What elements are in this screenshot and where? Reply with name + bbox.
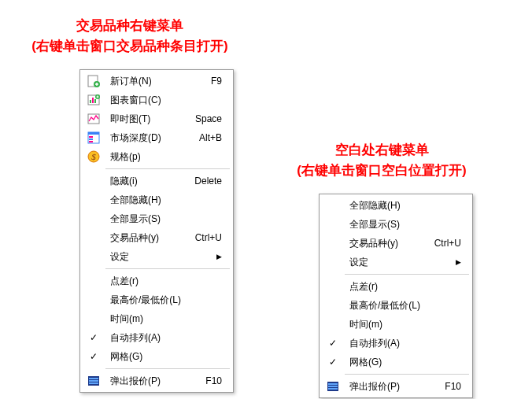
menu-label: 图表窗口(C) <box>107 94 222 107</box>
svg-rect-11 <box>89 139 93 140</box>
submenu-arrow-icon: ▶ <box>437 258 461 266</box>
menu-item-sets[interactable]: 设定 ▶ <box>321 253 471 272</box>
menu-label: 市场深度(D) <box>107 131 180 145</box>
menu-label: 规格(p) <box>107 150 222 164</box>
menu-label: 交易品种(y) <box>346 237 416 250</box>
check-icon <box>85 328 102 347</box>
menu-label: 时间(m) <box>107 312 222 326</box>
menu-item-symbols[interactable]: 交易品种(y) Ctrl+U <box>82 228 231 247</box>
menu-item-grid[interactable]: 网格(G) <box>82 347 231 366</box>
menu-label: 全部隐藏(H) <box>107 194 222 207</box>
menu-item-auto-arrange[interactable]: 自动排列(A) <box>321 334 471 353</box>
menu-label: 设定 <box>346 256 437 269</box>
check-icon <box>324 353 342 371</box>
menu-label: 网格(G) <box>346 356 461 369</box>
menu-separator <box>345 374 469 375</box>
menu-label: 即时图(T) <box>107 113 176 126</box>
menu-item-grid[interactable]: 网格(G) <box>321 353 471 371</box>
menu-label: 点差(r) <box>346 280 461 294</box>
tick-chart-icon <box>85 109 102 128</box>
menu-shortcut: Space <box>176 113 222 124</box>
menu-separator <box>105 168 230 169</box>
svg-rect-9 <box>88 132 99 135</box>
caption-right-line2: (右键单击窗口空白位置打开) <box>297 163 466 178</box>
menu-shortcut: Alt+B <box>180 132 222 143</box>
menu-item-time[interactable]: 时间(m) <box>82 309 231 328</box>
menu-item-show-all[interactable]: 全部显示(S) <box>82 209 231 228</box>
context-menu-blank: 全部隐藏(H) 全部显示(S) 交易品种(y) Ctrl+U 设定 ▶ 点差(r… <box>319 194 473 398</box>
menu-shortcut: F10 <box>426 381 461 392</box>
menu-label: 点差(r) <box>107 275 222 288</box>
context-menu-symbol: 新订单(N) F9 图表窗口(C) 即时图(T) Space 市场深度(D) A… <box>79 69 234 393</box>
svg-rect-4 <box>92 98 94 103</box>
menu-label: 时间(m) <box>346 318 461 331</box>
menu-label: 弹出报价(P) <box>107 375 187 388</box>
caption-left: 交易品种右键菜单 (右键单击窗口交易品种条目打开) <box>16 16 244 56</box>
menu-label: 新订单(N) <box>107 75 192 88</box>
menu-label: 设定 <box>107 250 198 264</box>
menu-item-high-low[interactable]: 最高价/最低价(L) <box>82 290 231 309</box>
menu-item-show-all[interactable]: 全部显示(S) <box>321 215 471 234</box>
svg-rect-3 <box>90 100 91 103</box>
svg-rect-17 <box>89 380 98 382</box>
menu-item-sets[interactable]: 设定 ▶ <box>82 247 231 266</box>
menu-item-tick-chart[interactable]: 即时图(T) Space <box>82 109 231 128</box>
menu-item-high-low[interactable]: 最高价/最低价(L) <box>321 296 471 315</box>
market-depth-icon <box>85 128 102 147</box>
menu-item-new-order[interactable]: 新订单(N) F9 <box>82 72 231 91</box>
menu-label: 自动排列(A) <box>346 337 461 350</box>
menu-label: 自动排列(A) <box>107 331 222 345</box>
menu-shortcut: Ctrl+U <box>176 232 222 243</box>
menu-item-time[interactable]: 时间(m) <box>321 315 471 334</box>
svg-text:$: $ <box>91 152 96 161</box>
menu-shortcut: F10 <box>187 375 222 386</box>
svg-rect-18 <box>89 382 98 384</box>
menu-label: 交易品种(y) <box>107 231 176 245</box>
caption-right: 空白处右键菜单 (右键单击窗口空白位置打开) <box>264 140 500 180</box>
menu-item-hide[interactable]: 隐藏(i) Delete <box>82 172 231 190</box>
menu-item-popup-prices[interactable]: 弹出报价(P) F10 <box>321 377 471 396</box>
menu-label: 弹出报价(P) <box>346 380 426 393</box>
menu-label: 最高价/最低价(L) <box>346 299 461 312</box>
caption-right-line1: 空白处右键菜单 <box>335 142 429 157</box>
popup-prices-icon <box>324 377 342 396</box>
caption-left-line2: (右键单击窗口交易品种条目打开) <box>31 39 227 54</box>
menu-item-hide-all[interactable]: 全部隐藏(H) <box>321 196 471 215</box>
svg-rect-12 <box>89 141 93 142</box>
menu-separator <box>345 274 469 275</box>
menu-label: 全部隐藏(H) <box>346 199 461 212</box>
menu-shortcut: Delete <box>175 175 222 187</box>
caption-left-line1: 交易品种右键菜单 <box>76 18 183 33</box>
new-order-icon <box>85 72 102 91</box>
menu-separator <box>105 268 230 269</box>
menu-item-specification[interactable]: $ 规格(p) <box>82 147 231 166</box>
check-icon <box>324 334 342 353</box>
menu-item-chart-window[interactable]: 图表窗口(C) <box>82 91 231 109</box>
svg-rect-21 <box>328 386 338 387</box>
menu-item-market-depth[interactable]: 市场深度(D) Alt+B <box>82 128 231 147</box>
svg-rect-22 <box>328 388 338 390</box>
svg-rect-10 <box>89 136 93 138</box>
specification-icon: $ <box>85 147 102 166</box>
menu-item-auto-arrange[interactable]: 自动排列(A) <box>82 328 231 347</box>
menu-label: 全部显示(S) <box>107 212 222 226</box>
menu-item-popup-prices[interactable]: 弹出报价(P) F10 <box>82 371 231 390</box>
check-icon <box>85 347 102 366</box>
chart-window-icon <box>85 91 102 109</box>
menu-shortcut: F9 <box>192 76 222 87</box>
svg-rect-5 <box>94 99 96 103</box>
menu-separator <box>105 368 230 369</box>
svg-rect-20 <box>328 383 338 385</box>
menu-label: 全部显示(S) <box>346 218 461 231</box>
submenu-arrow-icon: ▶ <box>198 253 222 260</box>
menu-item-spread[interactable]: 点差(r) <box>82 272 231 290</box>
menu-item-hide-all[interactable]: 全部隐藏(H) <box>82 190 231 209</box>
menu-item-symbols[interactable]: 交易品种(y) Ctrl+U <box>321 234 471 253</box>
menu-label: 网格(G) <box>107 350 222 364</box>
menu-item-spread[interactable]: 点差(r) <box>321 277 471 296</box>
popup-prices-icon <box>85 371 102 390</box>
svg-rect-16 <box>89 378 98 379</box>
menu-label: 最高价/最低价(L) <box>107 294 222 307</box>
menu-shortcut: Ctrl+U <box>416 238 461 249</box>
menu-label: 隐藏(i) <box>107 175 175 188</box>
